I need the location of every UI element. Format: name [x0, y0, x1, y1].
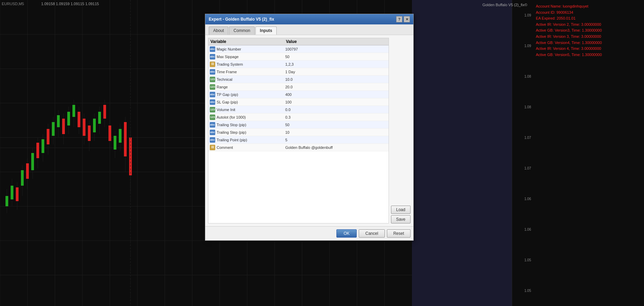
svg-rect-72: [124, 122, 127, 156]
row-val-trading: 1,2,3: [285, 62, 387, 66]
table-row[interactable]: abc Trailing Step (pip) 10: [208, 129, 389, 136]
titlebar-buttons: ? ✕: [396, 16, 410, 22]
inputs-table[interactable]: Variable Value abc Magic Number 100797 a…: [208, 38, 389, 223]
row-val-technical: 10.0: [285, 77, 387, 81]
row-val-comment: Golden Buffalo @goldenbuff: [285, 145, 387, 150]
dialog-titlebar: Expert - Golden Buffalo V5 (2)_fix ? ✕: [205, 14, 413, 24]
table-row[interactable]: 🖼 Trading System 1,2,3: [208, 61, 389, 68]
svg-rect-48: [62, 119, 65, 134]
dialog-footer: OK Cancel Reset: [205, 226, 413, 240]
table-row[interactable]: 123 Technical 10.0: [208, 76, 389, 83]
row-icon-range: 123: [210, 84, 215, 90]
close-button[interactable]: ✕: [404, 16, 410, 22]
svg-rect-70: [119, 129, 122, 143]
svg-rect-44: [52, 122, 55, 136]
row-val-volinit: 0.0: [285, 108, 387, 112]
row-val-tpgap: 400: [285, 92, 387, 97]
row-val-trstop: 50: [285, 123, 387, 127]
row-var-comment: Comment: [217, 145, 285, 150]
row-icon-trpoint: abc: [210, 137, 215, 143]
table-row[interactable]: abc Max Sippage 50: [208, 53, 389, 61]
svg-rect-36: [31, 153, 34, 170]
row-val-trstep: 10: [285, 130, 387, 134]
expert-dialog: Expert - Golden Buffalo V5 (2)_fix ? ✕ A…: [205, 14, 414, 241]
svg-rect-28: [11, 186, 13, 199]
table-header: Variable Value: [208, 38, 389, 45]
tab-about[interactable]: About: [209, 26, 228, 35]
ok-button[interactable]: OK: [336, 229, 357, 238]
tab-common[interactable]: Common: [229, 26, 255, 35]
active-gb-v5-label: Active GB: Version5, Time: 1.30000000: [536, 52, 641, 58]
row-icon-volinit: 123: [210, 107, 215, 112]
row-var-trstop: Trailing Stop (pip): [217, 123, 285, 127]
tab-inputs[interactable]: Inputs: [255, 26, 277, 35]
row-var-technical: Technical: [217, 77, 285, 81]
active-ir-v4-label: Active IR: Version 4, Time: 3.00000000: [536, 46, 641, 52]
col-header-variable: Variable: [210, 39, 286, 44]
svg-rect-32: [21, 170, 24, 186]
active-ir-v3-label: Active IR: Version 3, Time: 3.00000000: [536, 34, 641, 40]
row-val-trpoint: 5: [285, 138, 387, 142]
svg-rect-38: [36, 143, 39, 158]
svg-rect-46: [57, 115, 60, 127]
dialog-tabs: About Common Inputs: [205, 24, 413, 35]
svg-rect-40: [42, 139, 44, 153]
row-var-volinit: Volume Init: [217, 108, 285, 112]
row-icon-trstep: abc: [210, 130, 215, 135]
svg-rect-42: [47, 129, 49, 144]
table-row[interactable]: abc TP Gap (pip) 400: [208, 91, 389, 98]
row-icon-trading: 🖼: [210, 62, 215, 67]
active-ir-v2-label: Active IR: Version 2, Time: 3.00000000: [536, 22, 641, 28]
row-icon-tpgap: abc: [210, 92, 215, 97]
table-row[interactable]: 123 Autolot (for 1000) 0.3: [208, 113, 389, 121]
svg-rect-68: [114, 136, 116, 150]
row-val-magic: 100797: [285, 47, 387, 51]
row-var-timeframe: Time Frame: [217, 70, 285, 74]
svg-rect-26: [5, 196, 8, 206]
svg-rect-30: [16, 187, 19, 201]
dialog-body: Variable Value abc Magic Number 100797 a…: [205, 35, 413, 226]
active-gb-v4-label: Active GB: Version4, Time: 1.30000000: [536, 40, 641, 46]
row-icon-timeframe: abc: [210, 69, 215, 75]
price-scale: 1.09 1.09 1.08 1.08 1.07 1.07 1.06 1.06 …: [512, 0, 532, 306]
svg-rect-52: [72, 105, 75, 117]
row-icon-slgap: abc: [210, 99, 215, 105]
account-id-label: Account ID: 99006134: [536, 10, 641, 16]
row-var-trading: Trading System: [217, 62, 285, 66]
svg-rect-62: [98, 112, 101, 124]
svg-rect-34: [26, 163, 29, 179]
svg-rect-58: [88, 125, 91, 141]
table-row[interactable]: abc SL Gap (pip) 100: [208, 98, 389, 106]
save-button[interactable]: Save: [391, 215, 411, 223]
chart-title-right: Golden Buffalo V5 (2)_fix©: [482, 3, 527, 7]
table-row[interactable]: abc Trailing Stop (pip) 50: [208, 121, 389, 129]
dialog-title: Expert - Golden Buffalo V5 (2)_fix: [209, 17, 274, 22]
table-row[interactable]: 🖼 Comment Golden Buffalo @goldenbuff: [208, 144, 389, 151]
load-button[interactable]: Load: [391, 206, 411, 214]
row-var-magic: Magic Number: [217, 47, 285, 51]
svg-rect-50: [67, 112, 70, 125]
help-button[interactable]: ?: [396, 16, 402, 22]
cancel-button[interactable]: Cancel: [359, 229, 384, 238]
ea-expired-label: EA Expired: 2050.01.01: [536, 15, 641, 22]
row-var-tpgap: TP Gap (pip): [217, 92, 285, 97]
table-row[interactable]: abc Magic Number 100797: [208, 45, 389, 53]
account-info: Account Name: luongdinhquyet Account ID:…: [536, 3, 641, 58]
side-buttons: Load Save: [391, 38, 411, 223]
content-area: Variable Value abc Magic Number 100797 a…: [208, 38, 411, 223]
table-row[interactable]: 123 Range 20.0: [208, 83, 389, 91]
table-row[interactable]: 123 Volume Init 0.0: [208, 106, 389, 113]
row-var-autolot: Autolot (for 1000): [217, 115, 285, 119]
svg-rect-66: [108, 125, 111, 141]
row-val-sippage: 50: [285, 55, 387, 59]
row-var-trpoint: Trailing Point (pip): [217, 138, 285, 142]
reset-button[interactable]: Reset: [387, 229, 411, 238]
row-icon-autolot: 123: [210, 114, 215, 120]
row-icon-comment: 🖼: [210, 145, 215, 150]
row-icon-trstop: abc: [210, 122, 215, 128]
chart-ohlc: 1.09158 1.09159 1.09115 1.09115: [41, 2, 99, 6]
right-info-panel: Account Name: luongdinhquyet Account ID:…: [532, 0, 644, 306]
row-var-range: Range: [217, 85, 285, 89]
table-row[interactable]: abc Time Frame 1 Day: [208, 68, 389, 76]
table-row[interactable]: abc Trailing Point (pip) 5: [208, 136, 389, 144]
